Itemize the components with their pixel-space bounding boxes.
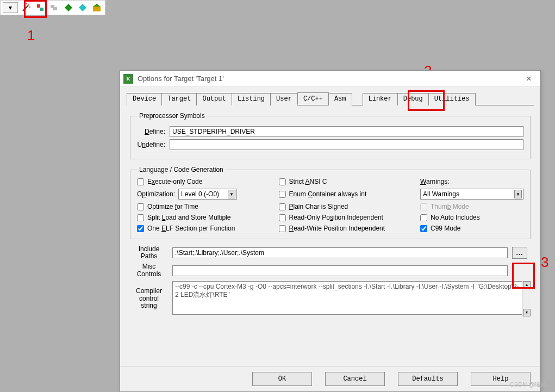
- ro-position-checkbox[interactable]: Read-Only Position Independent: [279, 214, 411, 221]
- svg-rect-10: [93, 7, 101, 11]
- svg-point-1: [28, 4, 29, 5]
- tab-device[interactable]: Device: [127, 93, 162, 105]
- svg-marker-8: [65, 4, 72, 11]
- misc-controls-input[interactable]: [172, 265, 508, 276]
- dialog-title: Options for Target 'Target 1': [138, 74, 224, 83]
- toolbar-btn-3[interactable]: [34, 2, 46, 14]
- language-legend: Language / Code Generation: [137, 166, 226, 173]
- toolbar-dropdown[interactable]: ▾: [3, 2, 18, 13]
- one-elf-checkbox[interactable]: One ELF Section per Function: [137, 225, 269, 232]
- c99-mode-checkbox[interactable]: C99 Mode: [420, 225, 523, 232]
- scroll-up-icon[interactable]: ▴: [523, 281, 531, 289]
- toolbar-btn-4[interactable]: [48, 2, 60, 14]
- svg-rect-4: [37, 4, 40, 8]
- tab-output[interactable]: Output: [196, 93, 232, 105]
- include-paths-input[interactable]: [172, 247, 508, 258]
- include-paths-label: IncludePaths: [130, 246, 168, 260]
- app-logo-icon: K: [123, 74, 133, 84]
- toolbar-btn-5[interactable]: [63, 2, 74, 14]
- svg-rect-7: [53, 7, 57, 10]
- split-load-checkbox[interactable]: Split Load and Store Multiple: [137, 214, 269, 221]
- enum-container-checkbox[interactable]: Enum Container always int: [279, 190, 411, 198]
- watermark: CSDN @晞风-: [510, 381, 548, 389]
- undefine-label: Undefine:: [137, 141, 170, 148]
- no-auto-checkbox[interactable]: No Auto Includes: [420, 214, 523, 221]
- compiler-string-label: Compilercontrolstring: [130, 288, 168, 309]
- undefine-input[interactable]: [170, 139, 523, 150]
- svg-rect-5: [40, 8, 43, 11]
- svg-point-3: [29, 7, 30, 8]
- toolbar-btn-7[interactable]: [91, 2, 103, 14]
- preprocessor-group: Preprocessor Symbols Define: Undefine:: [130, 112, 531, 159]
- main-toolbar: ▾: [0, 0, 105, 15]
- rw-position-checkbox[interactable]: Read-Write Position Independent: [279, 225, 411, 232]
- cancel-button[interactable]: Cancel: [325, 372, 385, 386]
- defaults-button[interactable]: Defaults: [398, 372, 458, 386]
- svg-marker-9: [79, 4, 86, 11]
- exec-only-checkbox[interactable]: Execute-only Code: [137, 178, 269, 185]
- toolbar-btn-6[interactable]: [77, 2, 89, 14]
- opt-time-checkbox[interactable]: Optimize for Time: [137, 203, 269, 210]
- strict-ansi-checkbox[interactable]: Strict ANSI C: [279, 178, 411, 185]
- dialog-button-bar: OK Cancel Defaults Help: [120, 366, 540, 391]
- close-button[interactable]: ×: [521, 74, 537, 84]
- tab-user[interactable]: User: [270, 93, 298, 105]
- include-browse-button[interactable]: ...: [512, 247, 527, 259]
- preprocessor-legend: Preprocessor Symbols: [137, 112, 207, 120]
- thumb-mode-checkbox: Thumb Mode: [420, 203, 523, 210]
- tab-strip: Device Target Output Listing User C/C++ …: [127, 92, 534, 105]
- annotation-label-3: 3: [541, 254, 548, 271]
- tab-linker[interactable]: Linker: [363, 93, 398, 105]
- warnings-select[interactable]: All Warnings▼: [420, 189, 523, 200]
- dropdown-arrow-icon: ▾: [9, 4, 12, 11]
- tab-utilities[interactable]: Utilities: [428, 93, 476, 105]
- scroll-down-icon[interactable]: ▾: [523, 309, 531, 316]
- tab-asm[interactable]: Asm: [328, 93, 352, 105]
- warnings-label: Warnings:: [420, 178, 523, 185]
- annotation-label-1: 1: [27, 27, 35, 44]
- dialog-titlebar: K Options for Target 'Target 1' ×: [120, 71, 540, 87]
- chevron-down-icon: ▼: [514, 190, 522, 198]
- textarea-scrollbar[interactable]: ▴ ▾: [522, 281, 531, 316]
- optimization-label: Optimization:: [137, 190, 175, 198]
- misc-controls-label: MiscControls: [130, 263, 168, 277]
- tab-listing[interactable]: Listing: [232, 93, 271, 105]
- ok-button[interactable]: OK: [252, 372, 312, 386]
- svg-line-0: [23, 5, 28, 11]
- define-label: Define:: [137, 128, 170, 135]
- options-dialog: K Options for Target 'Target 1' × Device…: [120, 70, 541, 392]
- language-group: Language / Code Generation Execute-only …: [130, 166, 531, 239]
- tab-debug[interactable]: Debug: [397, 93, 429, 105]
- plain-char-checkbox[interactable]: Plain Char is Signed: [279, 203, 411, 210]
- tab-c-cpp[interactable]: C/C++: [297, 92, 329, 105]
- optimization-select[interactable]: Level 0 (-O0)▼: [178, 189, 237, 200]
- tab-target[interactable]: Target: [161, 93, 197, 105]
- tab-content: Preprocessor Symbols Define: Undefine: L…: [120, 105, 540, 366]
- toolbar-magic-wand-icon[interactable]: [20, 2, 32, 14]
- define-input[interactable]: [170, 126, 523, 137]
- compiler-string-textarea: --c99 -c --cpu Cortex-M3 -g -O0 --apcs=i…: [172, 281, 531, 315]
- chevron-down-icon: ▼: [228, 190, 235, 198]
- svg-marker-11: [93, 4, 101, 7]
- svg-point-2: [26, 3, 27, 4]
